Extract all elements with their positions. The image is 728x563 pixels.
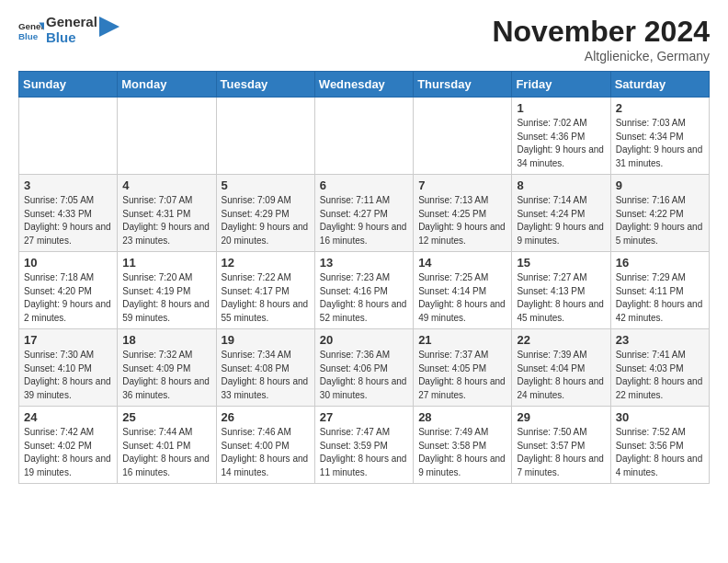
svg-text:General: General [18, 20, 44, 30]
day-cell: 3Sunrise: 7:05 AM Sunset: 4:33 PM Daylig… [19, 175, 118, 252]
day-number: 6 [320, 178, 408, 192]
week-row-1: 1Sunrise: 7:02 AM Sunset: 4:36 PM Daylig… [19, 98, 710, 175]
day-number: 29 [517, 410, 605, 424]
week-row-2: 3Sunrise: 7:05 AM Sunset: 4:33 PM Daylig… [19, 175, 710, 252]
day-info: Sunrise: 7:14 AM Sunset: 4:24 PM Dayligh… [517, 194, 605, 247]
day-number: 19 [222, 333, 310, 347]
day-number: 27 [320, 410, 408, 424]
day-number: 14 [418, 256, 506, 270]
day-header-tuesday: Tuesday [216, 72, 314, 98]
day-cell: 13Sunrise: 7:23 AM Sunset: 4:16 PM Dayli… [314, 252, 413, 329]
day-info: Sunrise: 7:50 AM Sunset: 3:57 PM Dayligh… [517, 426, 605, 479]
day-info: Sunrise: 7:11 AM Sunset: 4:27 PM Dayligh… [320, 194, 408, 247]
day-cell [19, 98, 118, 175]
day-info: Sunrise: 7:20 AM Sunset: 4:19 PM Dayligh… [122, 271, 210, 325]
calendar-body: 1Sunrise: 7:02 AM Sunset: 4:36 PM Daylig… [19, 98, 710, 484]
day-header-thursday: Thursday [414, 72, 512, 98]
logo-icon: General Blue [18, 17, 44, 43]
svg-marker-3 [99, 17, 119, 37]
day-number: 30 [616, 410, 704, 424]
day-info: Sunrise: 7:05 AM Sunset: 4:33 PM Dayligh… [24, 194, 112, 247]
day-cell: 4Sunrise: 7:07 AM Sunset: 4:31 PM Daylig… [118, 175, 216, 252]
day-cell: 20Sunrise: 7:36 AM Sunset: 4:06 PM Dayli… [314, 329, 413, 407]
day-number: 12 [222, 256, 310, 270]
day-info: Sunrise: 7:07 AM Sunset: 4:31 PM Dayligh… [122, 194, 210, 247]
day-cell: 21Sunrise: 7:37 AM Sunset: 4:05 PM Dayli… [414, 329, 512, 407]
day-cell: 1Sunrise: 7:02 AM Sunset: 4:36 PM Daylig… [512, 98, 610, 175]
logo-blue: Blue [46, 30, 97, 46]
day-number: 17 [24, 333, 112, 347]
day-cell: 9Sunrise: 7:16 AM Sunset: 4:22 PM Daylig… [610, 175, 709, 252]
day-cell: 6Sunrise: 7:11 AM Sunset: 4:27 PM Daylig… [314, 175, 413, 252]
title-block: November 2024 Altglienicke, Germany [492, 15, 710, 63]
day-number: 9 [616, 178, 704, 192]
day-cell: 10Sunrise: 7:18 AM Sunset: 4:20 PM Dayli… [19, 252, 118, 329]
day-cell: 12Sunrise: 7:22 AM Sunset: 4:17 PM Dayli… [216, 252, 314, 329]
day-cell: 15Sunrise: 7:27 AM Sunset: 4:13 PM Dayli… [512, 252, 610, 329]
day-info: Sunrise: 7:44 AM Sunset: 4:01 PM Dayligh… [122, 426, 210, 479]
month-title: November 2024 [492, 15, 710, 49]
day-cell: 2Sunrise: 7:03 AM Sunset: 4:34 PM Daylig… [610, 98, 709, 175]
day-cell: 8Sunrise: 7:14 AM Sunset: 4:24 PM Daylig… [512, 175, 610, 252]
day-cell [414, 98, 512, 175]
day-cell: 7Sunrise: 7:13 AM Sunset: 4:25 PM Daylig… [414, 175, 512, 252]
day-cell [216, 98, 314, 175]
day-info: Sunrise: 7:36 AM Sunset: 4:06 PM Dayligh… [320, 349, 408, 402]
day-info: Sunrise: 7:03 AM Sunset: 4:34 PM Dayligh… [616, 117, 704, 170]
day-number: 11 [122, 256, 210, 270]
day-info: Sunrise: 7:32 AM Sunset: 4:09 PM Dayligh… [122, 349, 210, 402]
day-number: 21 [418, 333, 506, 347]
day-header-friday: Friday [512, 72, 610, 98]
day-info: Sunrise: 7:49 AM Sunset: 3:58 PM Dayligh… [418, 426, 506, 479]
week-row-3: 10Sunrise: 7:18 AM Sunset: 4:20 PM Dayli… [19, 252, 710, 329]
day-number: 13 [320, 256, 408, 270]
calendar-header: SundayMondayTuesdayWednesdayThursdayFrid… [19, 72, 710, 98]
logo: General Blue General Blue [18, 15, 119, 45]
day-cell: 30Sunrise: 7:52 AM Sunset: 3:56 PM Dayli… [610, 407, 709, 484]
day-cell: 14Sunrise: 7:25 AM Sunset: 4:14 PM Dayli… [414, 252, 512, 329]
day-cell [314, 98, 413, 175]
day-cell: 23Sunrise: 7:41 AM Sunset: 4:03 PM Dayli… [610, 329, 709, 407]
day-number: 8 [517, 178, 605, 192]
day-cell: 28Sunrise: 7:49 AM Sunset: 3:58 PM Dayli… [414, 407, 512, 484]
day-cell: 19Sunrise: 7:34 AM Sunset: 4:08 PM Dayli… [216, 329, 314, 407]
day-number: 22 [517, 333, 605, 347]
day-cell: 18Sunrise: 7:32 AM Sunset: 4:09 PM Dayli… [118, 329, 216, 407]
day-number: 16 [616, 256, 704, 270]
day-number: 5 [222, 178, 310, 192]
day-cell [118, 98, 216, 175]
week-row-4: 17Sunrise: 7:30 AM Sunset: 4:10 PM Dayli… [19, 329, 710, 407]
calendar-container: SundayMondayTuesdayWednesdayThursdayFrid… [0, 71, 728, 493]
day-header-wednesday: Wednesday [314, 72, 413, 98]
day-cell: 25Sunrise: 7:44 AM Sunset: 4:01 PM Dayli… [118, 407, 216, 484]
day-cell: 16Sunrise: 7:29 AM Sunset: 4:11 PM Dayli… [610, 252, 709, 329]
day-number: 25 [122, 410, 210, 424]
day-info: Sunrise: 7:42 AM Sunset: 4:02 PM Dayligh… [24, 426, 112, 479]
day-number: 20 [320, 333, 408, 347]
day-number: 4 [122, 178, 210, 192]
day-number: 26 [222, 410, 310, 424]
day-info: Sunrise: 7:02 AM Sunset: 4:36 PM Dayligh… [517, 117, 605, 170]
day-header-monday: Monday [118, 72, 216, 98]
day-number: 7 [418, 178, 506, 192]
day-cell: 24Sunrise: 7:42 AM Sunset: 4:02 PM Dayli… [19, 407, 118, 484]
day-info: Sunrise: 7:16 AM Sunset: 4:22 PM Dayligh… [616, 194, 704, 247]
day-info: Sunrise: 7:30 AM Sunset: 4:10 PM Dayligh… [24, 349, 112, 402]
day-header-saturday: Saturday [610, 72, 709, 98]
day-info: Sunrise: 7:13 AM Sunset: 4:25 PM Dayligh… [418, 194, 506, 247]
logo-arrow-icon [99, 17, 119, 37]
day-number: 10 [24, 256, 112, 270]
day-info: Sunrise: 7:52 AM Sunset: 3:56 PM Dayligh… [616, 426, 704, 479]
week-row-5: 24Sunrise: 7:42 AM Sunset: 4:02 PM Dayli… [19, 407, 710, 484]
day-info: Sunrise: 7:34 AM Sunset: 4:08 PM Dayligh… [222, 349, 310, 402]
day-info: Sunrise: 7:39 AM Sunset: 4:04 PM Dayligh… [517, 349, 605, 402]
page-header: General Blue General Blue November 2024 … [0, 0, 728, 71]
day-cell: 5Sunrise: 7:09 AM Sunset: 4:29 PM Daylig… [216, 175, 314, 252]
day-cell: 27Sunrise: 7:47 AM Sunset: 3:59 PM Dayli… [314, 407, 413, 484]
day-info: Sunrise: 7:25 AM Sunset: 4:14 PM Dayligh… [418, 271, 506, 325]
day-number: 18 [122, 333, 210, 347]
day-info: Sunrise: 7:23 AM Sunset: 4:16 PM Dayligh… [320, 271, 408, 325]
location: Altglienicke, Germany [492, 49, 710, 63]
day-number: 28 [418, 410, 506, 424]
day-info: Sunrise: 7:41 AM Sunset: 4:03 PM Dayligh… [616, 349, 704, 402]
